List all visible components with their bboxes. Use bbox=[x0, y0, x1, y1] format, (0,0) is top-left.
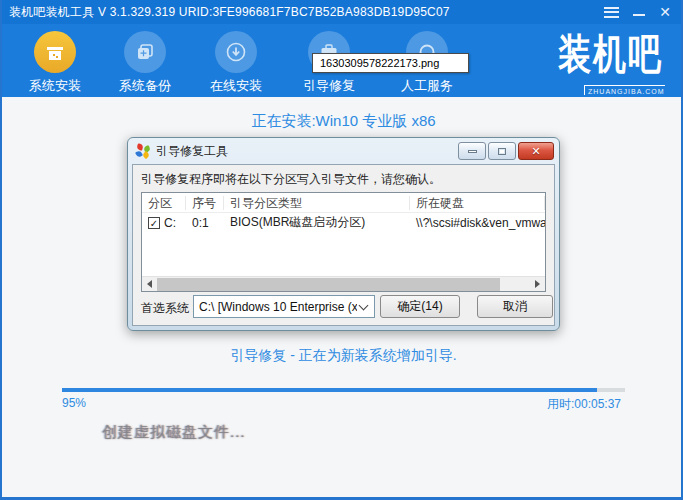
col-disk: 所在硬盘 bbox=[410, 196, 545, 210]
boot-repair-dialog: 引导修复工具 ✕ 引导修复程序即将在以下分区写入引导文件，请您确认。 分区 序号… bbox=[127, 137, 560, 331]
progress-fill bbox=[62, 388, 597, 392]
menu-icon[interactable] bbox=[604, 7, 619, 18]
dialog-footer: 首选系统 : C:\ [Windows 10 Enterprise (xi 确定… bbox=[133, 289, 554, 325]
col-boot-type: 引导分区类型 bbox=[224, 196, 410, 210]
table-row[interactable]: ✓ C: 0:1 BIOS(MBR磁盘启动分区) \\?\scsi#disk&v… bbox=[142, 213, 545, 232]
col-index: 序号 bbox=[186, 196, 224, 210]
dialog-maximize-button[interactable] bbox=[488, 142, 516, 160]
close-icon[interactable]: ✕ bbox=[659, 5, 671, 19]
brand-logo-domain: ZHUANGJIBA.COM bbox=[584, 85, 665, 95]
ok-button[interactable]: 确定(14) bbox=[380, 295, 460, 318]
app-titlebar: 装机吧装机工具 V 3.1.329.319 URID:3FE996681F7BC… bbox=[0, 0, 683, 24]
pinwheel-app-icon bbox=[136, 144, 150, 158]
dialog-close-button[interactable]: ✕ bbox=[518, 142, 554, 160]
nav-system-backup[interactable]: 系统备份 bbox=[111, 31, 179, 95]
nav-label: 在线安装 bbox=[202, 77, 270, 95]
app-window: 装机吧装机工具 V 3.1.329.319 URID:3FE996681F7BC… bbox=[0, 0, 683, 500]
dialog-message: 引导修复程序即将在以下分区写入引导文件，请您确认。 bbox=[133, 165, 554, 193]
preferred-system-select[interactable]: C:\ [Windows 10 Enterprise (xi bbox=[193, 295, 375, 318]
index-cell: 0:1 bbox=[186, 216, 224, 230]
install-status-text: 正在安装:Win10 专业版 x86 bbox=[2, 112, 683, 131]
combobox-value: C:\ [Windows 10 Enterprise (xi bbox=[194, 300, 357, 314]
brand-logo[interactable]: 装机吧 ZHUANGJIBA.COM bbox=[558, 30, 668, 98]
dialog-content: 引导修复程序即将在以下分区写入引导文件，请您确认。 分区 序号 引导分区类型 所… bbox=[132, 164, 555, 326]
brand-logo-text: 装机吧 bbox=[558, 24, 668, 86]
app-title: 装机吧装机工具 V 3.1.329.319 URID:3FE996681F7BC… bbox=[0, 4, 450, 21]
nav-label: 人工服务 bbox=[393, 77, 461, 95]
install-box-icon bbox=[34, 31, 76, 73]
progress-percent: 95% bbox=[62, 396, 86, 410]
nav-label: 系统备份 bbox=[111, 77, 179, 95]
nav-label: 引导修复 bbox=[295, 77, 363, 95]
partition-checkbox[interactable]: ✓ bbox=[148, 217, 160, 229]
cancel-button[interactable]: 取消 bbox=[477, 295, 553, 318]
col-partition: 分区 bbox=[142, 196, 186, 210]
nav-system-install[interactable]: 系统安装 bbox=[21, 31, 89, 95]
preferred-system-label: 首选系统 : bbox=[141, 300, 196, 317]
online-download-icon bbox=[215, 31, 257, 73]
nav-online-install[interactable]: 在线安装 bbox=[202, 31, 270, 95]
partition-list: 分区 序号 引导分区类型 所在硬盘 ✓ C: 0:1 BIOS(MBR磁盘启动分… bbox=[141, 192, 546, 292]
ghost-status-text: 创建虚拟磁盘文件... bbox=[102, 423, 246, 442]
progress-bar bbox=[62, 388, 625, 392]
disk-cell: \\?\scsi#disk&ven_vmware_& bbox=[410, 216, 545, 230]
window-controls: ✕ bbox=[604, 5, 683, 19]
dialog-minimize-button[interactable] bbox=[458, 142, 486, 160]
boot-type-cell: BIOS(MBR磁盘启动分区) bbox=[224, 214, 410, 231]
dialog-titlebar: 引导修复工具 ✕ bbox=[128, 138, 559, 164]
nav-label: 系统安装 bbox=[21, 77, 89, 95]
minimize-icon[interactable] bbox=[633, 14, 645, 16]
chevron-down-icon bbox=[359, 300, 369, 310]
repair-status-text: 引导修复 - 正在为新装系统增加引导. bbox=[2, 347, 683, 365]
partition-cell: C: bbox=[164, 216, 176, 230]
partition-list-header: 分区 序号 引导分区类型 所在硬盘 bbox=[142, 193, 545, 213]
elapsed-time: 用时:00:05:37 bbox=[547, 396, 621, 413]
filename-tooltip: 1630309578222173.png bbox=[312, 53, 469, 73]
dialog-title: 引导修复工具 bbox=[156, 143, 228, 160]
backup-icon bbox=[124, 31, 166, 73]
